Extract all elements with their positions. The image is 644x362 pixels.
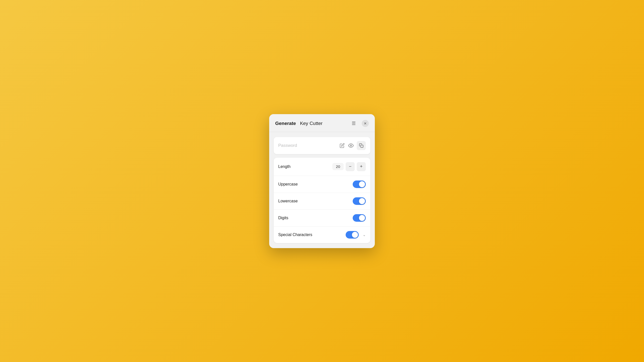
special-chars-label: Special Characters (278, 233, 346, 237)
eye-icon (348, 143, 354, 148)
length-row: Length 20 − + (274, 158, 370, 176)
svg-point-0 (350, 145, 352, 146)
lowercase-controls (353, 197, 366, 205)
digits-toggle[interactable] (353, 214, 366, 222)
length-controls: 20 − + (332, 162, 366, 171)
settings-container: Length 20 − + Uppercase (274, 158, 370, 243)
special-chars-controls: ⌄ (346, 231, 366, 239)
special-chars-toggle[interactable] (346, 231, 359, 239)
uppercase-toggle[interactable] (353, 180, 366, 188)
dialog-title-generate: Generate (275, 121, 296, 126)
dialog-header: Generate Key Cutter ☰ ✕ (269, 114, 375, 132)
lowercase-toggle[interactable] (353, 197, 366, 205)
key-cutter-dialog: Generate Key Cutter ☰ ✕ Password (269, 114, 375, 248)
length-label: Length (278, 164, 332, 169)
digits-row: Digits (274, 210, 370, 227)
uppercase-controls (353, 180, 366, 188)
edit-password-button[interactable] (339, 143, 345, 149)
lowercase-row: Lowercase (274, 193, 370, 210)
length-value: 20 (332, 163, 344, 170)
lowercase-label: Lowercase (278, 199, 353, 203)
password-field-container: Password (274, 137, 370, 154)
digits-label: Digits (278, 216, 353, 220)
increment-button[interactable]: + (357, 162, 366, 171)
uppercase-row: Uppercase (274, 176, 370, 193)
copy-icon (359, 143, 364, 148)
menu-icon[interactable]: ☰ (350, 120, 358, 127)
dialog-title-keycutter: Key Cutter (300, 121, 323, 126)
special-chars-row: Special Characters ⌄ (274, 227, 370, 243)
uppercase-label: Uppercase (278, 182, 353, 187)
password-actions (339, 141, 366, 150)
dialog-body: Password (269, 132, 375, 248)
svg-rect-1 (361, 145, 363, 147)
decrement-button[interactable]: − (346, 162, 355, 171)
password-placeholder: Password (278, 143, 337, 148)
close-button[interactable]: ✕ (362, 120, 369, 127)
digits-controls (353, 214, 366, 222)
copy-button[interactable] (357, 141, 366, 150)
special-chars-expand-icon[interactable]: ⌄ (363, 233, 366, 237)
pencil-icon (340, 143, 345, 148)
toggle-visibility-button[interactable] (348, 142, 354, 149)
close-icon: ✕ (364, 121, 367, 125)
